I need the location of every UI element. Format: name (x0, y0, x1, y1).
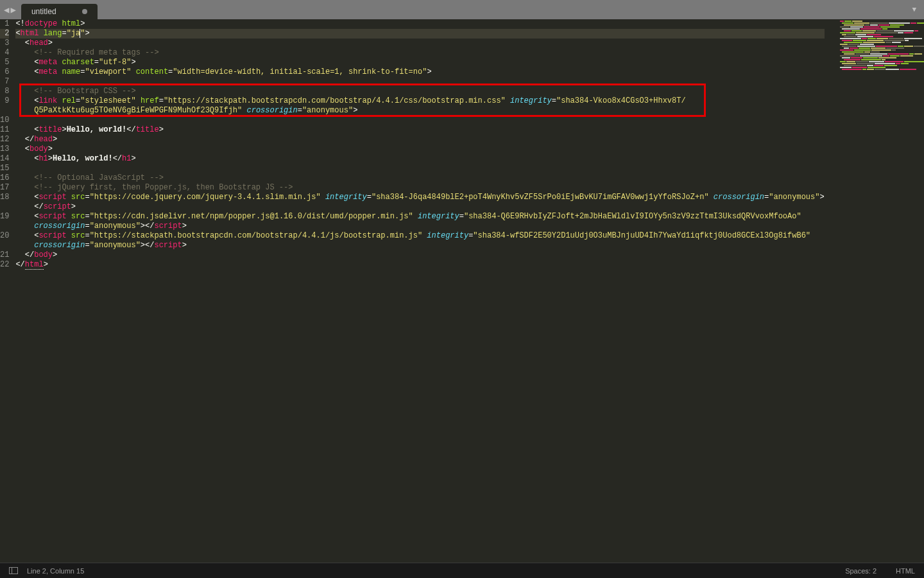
line-number: 11 (0, 125, 9, 135)
line-number: 5 (0, 58, 9, 67)
line-number (0, 106, 9, 116)
nav-back-icon[interactable]: ◀ (4, 4, 9, 15)
line-number: 3 (0, 39, 9, 48)
line-number: 16 (0, 173, 9, 183)
line-number: 8 (0, 87, 9, 96)
menu-caret-icon[interactable]: ▼ (912, 6, 916, 13)
minimap[interactable] (837, 19, 924, 563)
line-number (0, 241, 9, 250)
editor-area[interactable]: 12345678910111213141516171819202122 <!do… (0, 19, 924, 563)
line-number: 20 (0, 231, 9, 241)
line-number: 22 (0, 260, 9, 270)
line-number: 12 (0, 135, 9, 144)
line-number-gutter: 12345678910111213141516171819202122 (0, 19, 15, 563)
statusbar: Line 2, Column 15 Spaces: 2 HTML (0, 563, 924, 578)
line-number (0, 202, 9, 212)
line-number: 17 (0, 183, 9, 193)
line-number: 15 (0, 164, 9, 173)
tab-title: untitled (31, 7, 56, 16)
panel-toggle-icon[interactable] (9, 567, 18, 574)
line-number: 13 (0, 144, 9, 154)
line-number: 4 (0, 48, 9, 58)
line-number: 19 (0, 212, 9, 222)
line-number: 6 (0, 67, 9, 77)
nav-arrows: ◀ ▶ (0, 0, 16, 19)
status-indent[interactable]: Spaces: 2 (845, 567, 877, 575)
line-number: 2 (0, 29, 9, 39)
line-number: 1 (0, 19, 9, 29)
tab-dirty-dot-icon (82, 9, 87, 14)
tab-untitled[interactable]: untitled (21, 4, 98, 19)
status-syntax[interactable]: HTML (896, 567, 915, 575)
status-position[interactable]: Line 2, Column 15 (27, 567, 84, 575)
line-number: 7 (0, 77, 9, 87)
line-number: 9 (0, 96, 9, 106)
line-number: 21 (0, 250, 9, 260)
titlebar: ◀ ▶ untitled ▼ (0, 0, 924, 19)
line-number (0, 222, 9, 231)
line-number: 18 (0, 193, 9, 202)
code-area[interactable]: <!doctype html> <html lang="ja"> <head> … (15, 19, 924, 563)
line-number: 10 (0, 116, 9, 125)
line-number: 14 (0, 154, 9, 164)
nav-forward-icon[interactable]: ▶ (10, 4, 15, 15)
